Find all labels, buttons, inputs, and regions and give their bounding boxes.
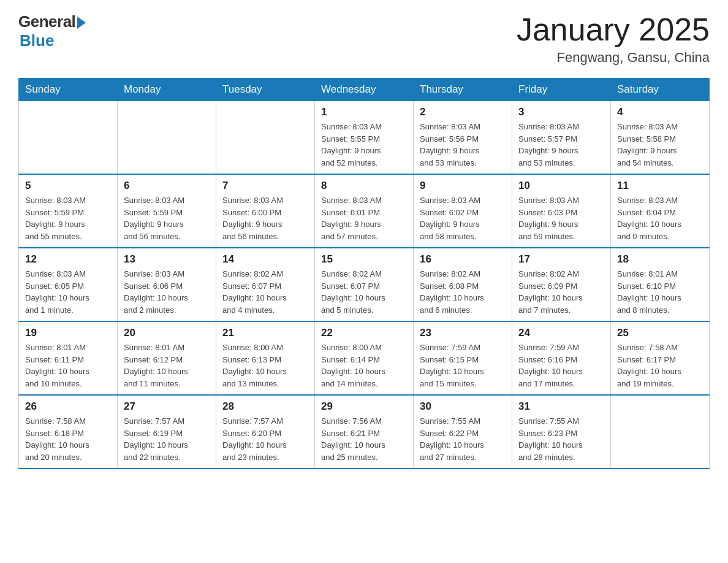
calendar-title: January 2025 xyxy=(517,12,710,47)
header-day-thursday: Thursday xyxy=(414,79,512,101)
calendar-cell: 31Sunrise: 7:55 AM Sunset: 6:23 PM Dayli… xyxy=(512,395,611,469)
calendar-week-2: 5Sunrise: 8:03 AM Sunset: 5:59 PM Daylig… xyxy=(19,174,710,248)
header-day-wednesday: Wednesday xyxy=(315,79,414,101)
header-day-tuesday: Tuesday xyxy=(216,79,315,101)
day-info: Sunrise: 7:57 AM Sunset: 6:20 PM Dayligh… xyxy=(222,415,308,463)
day-number: 30 xyxy=(420,400,506,413)
logo-general-text: General xyxy=(18,12,75,31)
header-day-friday: Friday xyxy=(512,79,611,101)
calendar-cell: 1Sunrise: 8:03 AM Sunset: 5:55 PM Daylig… xyxy=(315,101,414,175)
day-number: 22 xyxy=(321,327,407,339)
calendar-cell: 10Sunrise: 8:03 AM Sunset: 6:03 PM Dayli… xyxy=(512,174,611,248)
day-info: Sunrise: 8:03 AM Sunset: 5:55 PM Dayligh… xyxy=(321,121,407,169)
day-number: 19 xyxy=(25,327,111,339)
day-info: Sunrise: 8:03 AM Sunset: 6:02 PM Dayligh… xyxy=(420,194,506,242)
day-info: Sunrise: 8:03 AM Sunset: 6:05 PM Dayligh… xyxy=(25,268,111,316)
calendar-cell: 15Sunrise: 8:02 AM Sunset: 6:07 PM Dayli… xyxy=(315,248,414,321)
day-number: 29 xyxy=(321,400,407,413)
day-number: 12 xyxy=(25,253,111,266)
day-info: Sunrise: 8:00 AM Sunset: 6:14 PM Dayligh… xyxy=(321,342,407,389)
day-number: 17 xyxy=(518,253,604,266)
calendar-cell xyxy=(19,101,118,175)
day-info: Sunrise: 8:03 AM Sunset: 5:57 PM Dayligh… xyxy=(518,121,604,169)
calendar-cell: 25Sunrise: 7:58 AM Sunset: 6:17 PM Dayli… xyxy=(611,321,710,395)
calendar-cell: 14Sunrise: 8:02 AM Sunset: 6:07 PM Dayli… xyxy=(216,248,315,321)
calendar-week-1: 1Sunrise: 8:03 AM Sunset: 5:55 PM Daylig… xyxy=(19,101,710,175)
day-number: 23 xyxy=(420,327,506,339)
calendar-cell: 8Sunrise: 8:03 AM Sunset: 6:01 PM Daylig… xyxy=(315,174,414,248)
calendar-cell: 9Sunrise: 8:03 AM Sunset: 6:02 PM Daylig… xyxy=(414,174,512,248)
day-number: 5 xyxy=(25,180,111,192)
calendar-week-3: 12Sunrise: 8:03 AM Sunset: 6:05 PM Dayli… xyxy=(19,248,710,321)
calendar-cell: 27Sunrise: 7:57 AM Sunset: 6:19 PM Dayli… xyxy=(118,395,216,469)
calendar-cell: 12Sunrise: 8:03 AM Sunset: 6:05 PM Dayli… xyxy=(19,248,118,321)
day-number: 2 xyxy=(420,106,506,118)
day-info: Sunrise: 8:02 AM Sunset: 6:08 PM Dayligh… xyxy=(420,268,506,316)
logo-blue-text: Blue xyxy=(20,31,54,50)
calendar-cell: 13Sunrise: 8:03 AM Sunset: 6:06 PM Dayli… xyxy=(118,248,216,321)
calendar-cell: 28Sunrise: 7:57 AM Sunset: 6:20 PM Dayli… xyxy=(216,395,315,469)
page-header: General Blue January 2025 Fengwang, Gans… xyxy=(18,12,710,66)
day-info: Sunrise: 8:03 AM Sunset: 6:00 PM Dayligh… xyxy=(222,194,308,242)
calendar-cell: 22Sunrise: 8:00 AM Sunset: 6:14 PM Dayli… xyxy=(315,321,414,395)
calendar-table: SundayMondayTuesdayWednesdayThursdayFrid… xyxy=(18,78,710,469)
day-info: Sunrise: 8:03 AM Sunset: 6:04 PM Dayligh… xyxy=(617,194,703,242)
day-number: 15 xyxy=(321,253,407,266)
calendar-cell: 20Sunrise: 8:01 AM Sunset: 6:12 PM Dayli… xyxy=(118,321,216,395)
calendar-cell: 6Sunrise: 8:03 AM Sunset: 5:59 PM Daylig… xyxy=(118,174,216,248)
day-number: 14 xyxy=(222,253,308,266)
day-number: 31 xyxy=(518,400,604,413)
day-info: Sunrise: 7:57 AM Sunset: 6:19 PM Dayligh… xyxy=(124,415,210,463)
calendar-week-5: 26Sunrise: 7:58 AM Sunset: 6:18 PM Dayli… xyxy=(19,395,710,469)
day-info: Sunrise: 8:00 AM Sunset: 6:13 PM Dayligh… xyxy=(222,342,308,389)
day-info: Sunrise: 8:01 AM Sunset: 6:11 PM Dayligh… xyxy=(25,342,111,389)
day-number: 3 xyxy=(518,106,604,118)
header-day-saturday: Saturday xyxy=(611,79,710,101)
calendar-cell: 3Sunrise: 8:03 AM Sunset: 5:57 PM Daylig… xyxy=(512,101,611,175)
day-number: 10 xyxy=(518,180,604,192)
day-info: Sunrise: 7:58 AM Sunset: 6:18 PM Dayligh… xyxy=(25,415,111,463)
day-number: 24 xyxy=(518,327,604,339)
calendar-cell: 7Sunrise: 8:03 AM Sunset: 6:00 PM Daylig… xyxy=(216,174,315,248)
header-day-monday: Monday xyxy=(118,79,216,101)
calendar-cell: 11Sunrise: 8:03 AM Sunset: 6:04 PM Dayli… xyxy=(611,174,710,248)
day-info: Sunrise: 8:03 AM Sunset: 6:01 PM Dayligh… xyxy=(321,194,407,242)
calendar-subtitle: Fengwang, Gansu, China xyxy=(517,50,710,66)
calendar-cell: 2Sunrise: 8:03 AM Sunset: 5:56 PM Daylig… xyxy=(414,101,512,175)
calendar-cell: 23Sunrise: 7:59 AM Sunset: 6:15 PM Dayli… xyxy=(414,321,512,395)
day-info: Sunrise: 7:59 AM Sunset: 6:16 PM Dayligh… xyxy=(518,342,604,389)
calendar-cell: 30Sunrise: 7:55 AM Sunset: 6:22 PM Dayli… xyxy=(414,395,512,469)
calendar-cell: 29Sunrise: 7:56 AM Sunset: 6:21 PM Dayli… xyxy=(315,395,414,469)
day-info: Sunrise: 8:03 AM Sunset: 5:58 PM Dayligh… xyxy=(617,121,703,169)
day-info: Sunrise: 7:55 AM Sunset: 6:23 PM Dayligh… xyxy=(518,415,604,463)
calendar-week-4: 19Sunrise: 8:01 AM Sunset: 6:11 PM Dayli… xyxy=(19,321,710,395)
day-number: 9 xyxy=(420,180,506,192)
day-number: 16 xyxy=(420,253,506,266)
day-number: 6 xyxy=(124,180,210,192)
calendar-cell xyxy=(216,101,315,175)
day-info: Sunrise: 7:56 AM Sunset: 6:21 PM Dayligh… xyxy=(321,415,407,463)
logo: General Blue xyxy=(18,12,86,50)
day-number: 20 xyxy=(124,327,210,339)
day-number: 26 xyxy=(25,400,111,413)
day-number: 21 xyxy=(222,327,308,339)
day-number: 1 xyxy=(321,106,407,118)
logo-arrow-icon xyxy=(77,17,86,29)
day-number: 28 xyxy=(222,400,308,413)
day-info: Sunrise: 7:58 AM Sunset: 6:17 PM Dayligh… xyxy=(617,342,703,389)
header-day-sunday: Sunday xyxy=(19,79,118,101)
calendar-cell xyxy=(118,101,216,175)
calendar-cell: 18Sunrise: 8:01 AM Sunset: 6:10 PM Dayli… xyxy=(611,248,710,321)
day-info: Sunrise: 8:02 AM Sunset: 6:09 PM Dayligh… xyxy=(518,268,604,316)
day-info: Sunrise: 7:59 AM Sunset: 6:15 PM Dayligh… xyxy=(420,342,506,389)
day-number: 25 xyxy=(617,327,703,339)
day-info: Sunrise: 8:03 AM Sunset: 6:06 PM Dayligh… xyxy=(124,268,210,316)
day-number: 7 xyxy=(222,180,308,192)
day-number: 11 xyxy=(617,180,703,192)
calendar-cell: 24Sunrise: 7:59 AM Sunset: 6:16 PM Dayli… xyxy=(512,321,611,395)
day-info: Sunrise: 8:02 AM Sunset: 6:07 PM Dayligh… xyxy=(321,268,407,316)
calendar-cell: 4Sunrise: 8:03 AM Sunset: 5:58 PM Daylig… xyxy=(611,101,710,175)
day-info: Sunrise: 7:55 AM Sunset: 6:22 PM Dayligh… xyxy=(420,415,506,463)
calendar-cell: 21Sunrise: 8:00 AM Sunset: 6:13 PM Dayli… xyxy=(216,321,315,395)
day-info: Sunrise: 8:03 AM Sunset: 5:59 PM Dayligh… xyxy=(25,194,111,242)
